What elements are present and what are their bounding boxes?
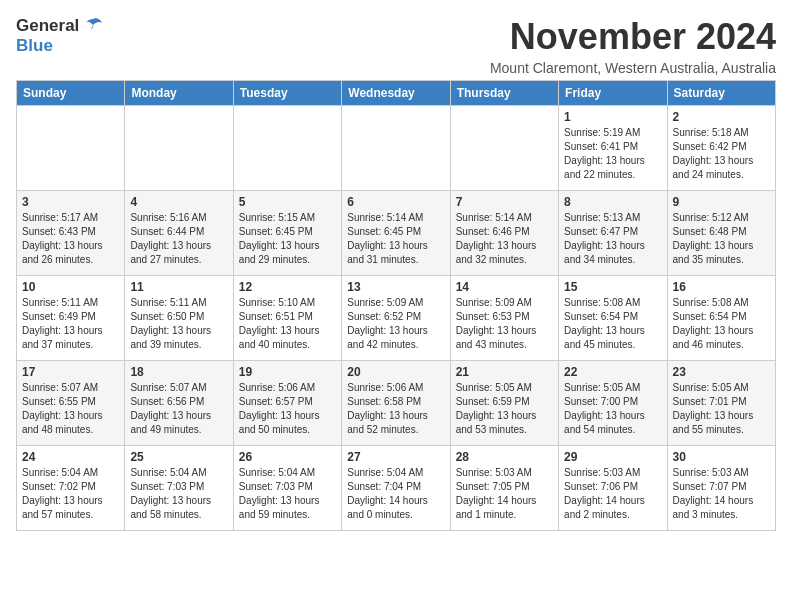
day-number: 13 bbox=[347, 280, 444, 294]
calendar-cell: 8Sunrise: 5:13 AM Sunset: 6:47 PM Daylig… bbox=[559, 191, 667, 276]
calendar-cell: 16Sunrise: 5:08 AM Sunset: 6:54 PM Dayli… bbox=[667, 276, 775, 361]
day-number: 14 bbox=[456, 280, 553, 294]
day-info: Sunrise: 5:04 AM Sunset: 7:03 PM Dayligh… bbox=[130, 466, 227, 522]
calendar-cell: 6Sunrise: 5:14 AM Sunset: 6:45 PM Daylig… bbox=[342, 191, 450, 276]
calendar-cell bbox=[233, 106, 341, 191]
calendar-cell: 4Sunrise: 5:16 AM Sunset: 6:44 PM Daylig… bbox=[125, 191, 233, 276]
logo-general: General bbox=[16, 16, 79, 36]
day-number: 23 bbox=[673, 365, 770, 379]
day-info: Sunrise: 5:05 AM Sunset: 7:00 PM Dayligh… bbox=[564, 381, 661, 437]
calendar-cell: 21Sunrise: 5:05 AM Sunset: 6:59 PM Dayli… bbox=[450, 361, 558, 446]
calendar-cell: 29Sunrise: 5:03 AM Sunset: 7:06 PM Dayli… bbox=[559, 446, 667, 531]
day-info: Sunrise: 5:11 AM Sunset: 6:49 PM Dayligh… bbox=[22, 296, 119, 352]
weekday-header-thursday: Thursday bbox=[450, 81, 558, 106]
day-number: 21 bbox=[456, 365, 553, 379]
day-info: Sunrise: 5:05 AM Sunset: 7:01 PM Dayligh… bbox=[673, 381, 770, 437]
calendar-cell: 30Sunrise: 5:03 AM Sunset: 7:07 PM Dayli… bbox=[667, 446, 775, 531]
calendar-cell bbox=[17, 106, 125, 191]
day-number: 2 bbox=[673, 110, 770, 124]
day-info: Sunrise: 5:15 AM Sunset: 6:45 PM Dayligh… bbox=[239, 211, 336, 267]
day-info: Sunrise: 5:16 AM Sunset: 6:44 PM Dayligh… bbox=[130, 211, 227, 267]
weekday-header-sunday: Sunday bbox=[17, 81, 125, 106]
day-info: Sunrise: 5:13 AM Sunset: 6:47 PM Dayligh… bbox=[564, 211, 661, 267]
calendar-cell: 15Sunrise: 5:08 AM Sunset: 6:54 PM Dayli… bbox=[559, 276, 667, 361]
day-info: Sunrise: 5:04 AM Sunset: 7:04 PM Dayligh… bbox=[347, 466, 444, 522]
day-info: Sunrise: 5:03 AM Sunset: 7:06 PM Dayligh… bbox=[564, 466, 661, 522]
day-info: Sunrise: 5:08 AM Sunset: 6:54 PM Dayligh… bbox=[673, 296, 770, 352]
title-area: November 2024 Mount Claremont, Western A… bbox=[490, 16, 776, 76]
day-info: Sunrise: 5:19 AM Sunset: 6:41 PM Dayligh… bbox=[564, 126, 661, 182]
day-number: 5 bbox=[239, 195, 336, 209]
day-number: 10 bbox=[22, 280, 119, 294]
day-number: 17 bbox=[22, 365, 119, 379]
day-info: Sunrise: 5:04 AM Sunset: 7:02 PM Dayligh… bbox=[22, 466, 119, 522]
calendar-cell: 10Sunrise: 5:11 AM Sunset: 6:49 PM Dayli… bbox=[17, 276, 125, 361]
day-number: 20 bbox=[347, 365, 444, 379]
day-info: Sunrise: 5:07 AM Sunset: 6:56 PM Dayligh… bbox=[130, 381, 227, 437]
day-number: 7 bbox=[456, 195, 553, 209]
day-info: Sunrise: 5:06 AM Sunset: 6:58 PM Dayligh… bbox=[347, 381, 444, 437]
day-info: Sunrise: 5:03 AM Sunset: 7:07 PM Dayligh… bbox=[673, 466, 770, 522]
day-number: 25 bbox=[130, 450, 227, 464]
day-number: 30 bbox=[673, 450, 770, 464]
day-info: Sunrise: 5:12 AM Sunset: 6:48 PM Dayligh… bbox=[673, 211, 770, 267]
day-number: 4 bbox=[130, 195, 227, 209]
calendar-cell: 14Sunrise: 5:09 AM Sunset: 6:53 PM Dayli… bbox=[450, 276, 558, 361]
calendar-cell: 2Sunrise: 5:18 AM Sunset: 6:42 PM Daylig… bbox=[667, 106, 775, 191]
day-number: 12 bbox=[239, 280, 336, 294]
calendar-cell: 7Sunrise: 5:14 AM Sunset: 6:46 PM Daylig… bbox=[450, 191, 558, 276]
day-info: Sunrise: 5:08 AM Sunset: 6:54 PM Dayligh… bbox=[564, 296, 661, 352]
location-subtitle: Mount Claremont, Western Australia, Aust… bbox=[490, 60, 776, 76]
day-number: 24 bbox=[22, 450, 119, 464]
calendar-cell: 25Sunrise: 5:04 AM Sunset: 7:03 PM Dayli… bbox=[125, 446, 233, 531]
page-header: General Blue November 2024 Mount Claremo… bbox=[16, 16, 776, 76]
day-number: 18 bbox=[130, 365, 227, 379]
calendar-cell: 18Sunrise: 5:07 AM Sunset: 6:56 PM Dayli… bbox=[125, 361, 233, 446]
day-number: 19 bbox=[239, 365, 336, 379]
calendar-cell: 20Sunrise: 5:06 AM Sunset: 6:58 PM Dayli… bbox=[342, 361, 450, 446]
calendar-cell: 19Sunrise: 5:06 AM Sunset: 6:57 PM Dayli… bbox=[233, 361, 341, 446]
day-info: Sunrise: 5:09 AM Sunset: 6:53 PM Dayligh… bbox=[456, 296, 553, 352]
weekday-header-friday: Friday bbox=[559, 81, 667, 106]
calendar-cell: 26Sunrise: 5:04 AM Sunset: 7:03 PM Dayli… bbox=[233, 446, 341, 531]
day-info: Sunrise: 5:03 AM Sunset: 7:05 PM Dayligh… bbox=[456, 466, 553, 522]
weekday-header-tuesday: Tuesday bbox=[233, 81, 341, 106]
day-info: Sunrise: 5:11 AM Sunset: 6:50 PM Dayligh… bbox=[130, 296, 227, 352]
day-number: 27 bbox=[347, 450, 444, 464]
day-info: Sunrise: 5:14 AM Sunset: 6:46 PM Dayligh… bbox=[456, 211, 553, 267]
day-info: Sunrise: 5:14 AM Sunset: 6:45 PM Dayligh… bbox=[347, 211, 444, 267]
calendar-cell: 3Sunrise: 5:17 AM Sunset: 6:43 PM Daylig… bbox=[17, 191, 125, 276]
calendar-cell: 5Sunrise: 5:15 AM Sunset: 6:45 PM Daylig… bbox=[233, 191, 341, 276]
calendar-week-3: 10Sunrise: 5:11 AM Sunset: 6:49 PM Dayli… bbox=[17, 276, 776, 361]
day-info: Sunrise: 5:04 AM Sunset: 7:03 PM Dayligh… bbox=[239, 466, 336, 522]
calendar-cell: 17Sunrise: 5:07 AM Sunset: 6:55 PM Dayli… bbox=[17, 361, 125, 446]
calendar-week-2: 3Sunrise: 5:17 AM Sunset: 6:43 PM Daylig… bbox=[17, 191, 776, 276]
day-number: 22 bbox=[564, 365, 661, 379]
day-number: 29 bbox=[564, 450, 661, 464]
weekday-header-monday: Monday bbox=[125, 81, 233, 106]
calendar-table: SundayMondayTuesdayWednesdayThursdayFrid… bbox=[16, 80, 776, 531]
weekday-header-wednesday: Wednesday bbox=[342, 81, 450, 106]
calendar-cell bbox=[450, 106, 558, 191]
day-number: 11 bbox=[130, 280, 227, 294]
calendar-cell: 27Sunrise: 5:04 AM Sunset: 7:04 PM Dayli… bbox=[342, 446, 450, 531]
day-info: Sunrise: 5:09 AM Sunset: 6:52 PM Dayligh… bbox=[347, 296, 444, 352]
logo-blue: Blue bbox=[16, 36, 53, 56]
logo-bird-icon bbox=[81, 17, 103, 35]
day-info: Sunrise: 5:06 AM Sunset: 6:57 PM Dayligh… bbox=[239, 381, 336, 437]
day-info: Sunrise: 5:17 AM Sunset: 6:43 PM Dayligh… bbox=[22, 211, 119, 267]
calendar-cell: 9Sunrise: 5:12 AM Sunset: 6:48 PM Daylig… bbox=[667, 191, 775, 276]
calendar-cell bbox=[342, 106, 450, 191]
calendar-cell: 23Sunrise: 5:05 AM Sunset: 7:01 PM Dayli… bbox=[667, 361, 775, 446]
day-info: Sunrise: 5:10 AM Sunset: 6:51 PM Dayligh… bbox=[239, 296, 336, 352]
calendar-cell: 1Sunrise: 5:19 AM Sunset: 6:41 PM Daylig… bbox=[559, 106, 667, 191]
month-title: November 2024 bbox=[490, 16, 776, 58]
day-number: 28 bbox=[456, 450, 553, 464]
logo: General Blue bbox=[16, 16, 103, 56]
calendar-week-1: 1Sunrise: 5:19 AM Sunset: 6:41 PM Daylig… bbox=[17, 106, 776, 191]
calendar-cell: 22Sunrise: 5:05 AM Sunset: 7:00 PM Dayli… bbox=[559, 361, 667, 446]
weekday-header-saturday: Saturday bbox=[667, 81, 775, 106]
day-info: Sunrise: 5:05 AM Sunset: 6:59 PM Dayligh… bbox=[456, 381, 553, 437]
day-number: 3 bbox=[22, 195, 119, 209]
day-number: 6 bbox=[347, 195, 444, 209]
